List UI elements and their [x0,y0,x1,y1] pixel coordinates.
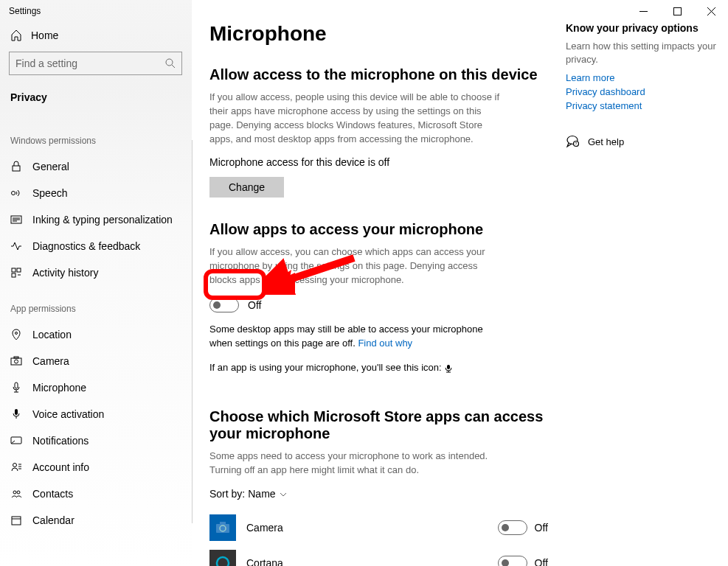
app-row-camera: Camera Off [209,510,548,545]
svg-text:?: ? [575,142,578,146]
svg-rect-12 [12,268,15,272]
voice-activation-icon [10,408,22,420]
location-icon [10,329,22,340]
desktop-apps-note: Some desktop apps may still be able to a… [209,323,505,351]
sort-by-dropdown[interactable]: Sort by: Name [209,488,548,500]
sidebar-item-label: Location [32,329,72,340]
svg-point-4 [166,59,173,66]
svg-point-30 [13,491,16,494]
svg-rect-34 [447,365,450,369]
app-row-cortana: Cortana Off [209,545,548,566]
section-heading-device-access: Allow access to the microphone on this d… [209,66,548,83]
calendar-icon [10,514,22,526]
app-name: Camera [246,522,488,534]
sidebar-item-label: General [32,161,69,172]
cortana-app-toggle[interactable] [498,556,527,566]
svg-point-31 [17,491,20,494]
page-title: Microphone [209,22,548,46]
sidebar-item-label: Voice activation [32,408,104,420]
aside-heading: Know your privacy options [566,22,719,34]
svg-point-16 [15,332,18,335]
learn-more-link[interactable]: Learn more [566,72,719,83]
find-out-why-link[interactable]: Find out why [358,338,412,349]
cortana-app-icon [209,550,236,566]
category-app-permissions: App permissions [9,298,182,321]
home-icon [10,29,22,41]
camera-app-icon [209,514,236,541]
search-input[interactable] [9,52,182,75]
sidebar-item-label: Inking & typing personalization [32,214,173,226]
sidebar-item-label: Microphone [32,382,86,394]
sort-by-value: Name [248,488,275,500]
sidebar-item-microphone[interactable]: Microphone [9,374,182,401]
privacy-statement-link[interactable]: Privacy statement [566,100,719,111]
svg-rect-20 [15,382,18,388]
sidebar-item-label: Calendar [32,514,74,526]
sidebar-item-label: Account info [32,461,89,473]
change-button[interactable]: Change [209,177,284,198]
mic-in-use-note: If an app is using your microphone, you'… [209,361,505,375]
sidebar-item-label: Diagnostics & feedback [32,240,140,252]
microphone-icon [10,382,22,394]
get-help-link[interactable]: ? Get help [566,135,719,148]
svg-rect-17 [11,358,21,365]
svg-rect-6 [13,166,20,171]
sidebar-item-general[interactable]: General [9,153,182,180]
diagnostics-icon [10,240,22,252]
svg-rect-19 [14,357,18,358]
home-label: Home [31,29,58,41]
svg-rect-13 [17,268,21,272]
breadcrumb: Privacy [9,87,182,118]
contacts-icon [10,488,22,500]
window-title: Settings [0,0,191,22]
apps-access-toggle[interactable] [209,298,239,312]
sidebar: Settings Home Privacy Windows permission… [0,0,192,566]
cortana-app-toggle-state: Off [535,557,548,566]
section-desc-device-access: If you allow access, people using this d… [209,91,505,146]
app-name: Cortana [246,557,488,566]
microphone-indicator-icon [444,363,453,372]
svg-rect-14 [12,273,15,277]
sidebar-item-speech[interactable]: Speech [9,180,182,206]
account-info-icon [10,461,22,473]
search-field[interactable] [15,57,165,69]
apps-access-toggle-state: Off [248,299,261,311]
sidebar-item-label: Contacts [32,488,73,500]
sidebar-item-camera[interactable]: Camera [9,348,182,374]
home-nav[interactable]: Home [9,22,182,52]
svg-point-26 [13,464,17,467]
sidebar-item-voice-activation[interactable]: Voice activation [9,401,182,427]
sidebar-item-location[interactable]: Location [9,321,182,348]
sidebar-item-calendar[interactable]: Calendar [9,507,182,534]
svg-rect-23 [15,409,18,415]
get-help-label: Get help [588,136,624,147]
sidebar-item-inking[interactable]: Inking & typing personalization [9,206,182,233]
help-icon: ? [566,135,579,148]
speech-icon [10,187,22,199]
sort-by-label: Sort by: [209,488,245,500]
sidebar-item-label: Camera [32,355,69,367]
sidebar-item-diagnostics[interactable]: Diagnostics & feedback [9,233,182,259]
main-content: Microphone Allow access to the microphon… [192,0,728,566]
camera-icon [10,355,22,367]
sidebar-item-account-info[interactable]: Account info [9,454,182,481]
aside-desc: Learn how this setting impacts your priv… [566,40,719,66]
notifications-icon [10,435,22,447]
section-desc-store-apps: Some apps need to access your microphone… [209,450,505,478]
camera-app-toggle[interactable] [498,520,527,535]
sidebar-item-activity[interactable]: Activity history [9,259,182,286]
category-windows-permissions: Windows permissions [9,130,182,153]
svg-point-7 [12,192,15,195]
svg-rect-39 [220,522,226,524]
svg-line-5 [172,65,175,68]
inking-icon [10,214,22,226]
section-desc-apps-access: If you allow access, you can choose whic… [209,245,505,287]
sidebar-item-notifications[interactable]: Notifications [9,427,182,454]
privacy-dashboard-link[interactable]: Privacy dashboard [566,86,719,97]
camera-app-toggle-state: Off [535,522,548,534]
section-heading-store-apps: Choose which Microsoft Store apps can ac… [209,408,548,442]
sidebar-item-contacts[interactable]: Contacts [9,481,182,507]
search-icon [165,58,176,69]
activity-icon [10,267,22,279]
section-heading-apps-access: Allow apps to access your microphone [209,221,548,238]
